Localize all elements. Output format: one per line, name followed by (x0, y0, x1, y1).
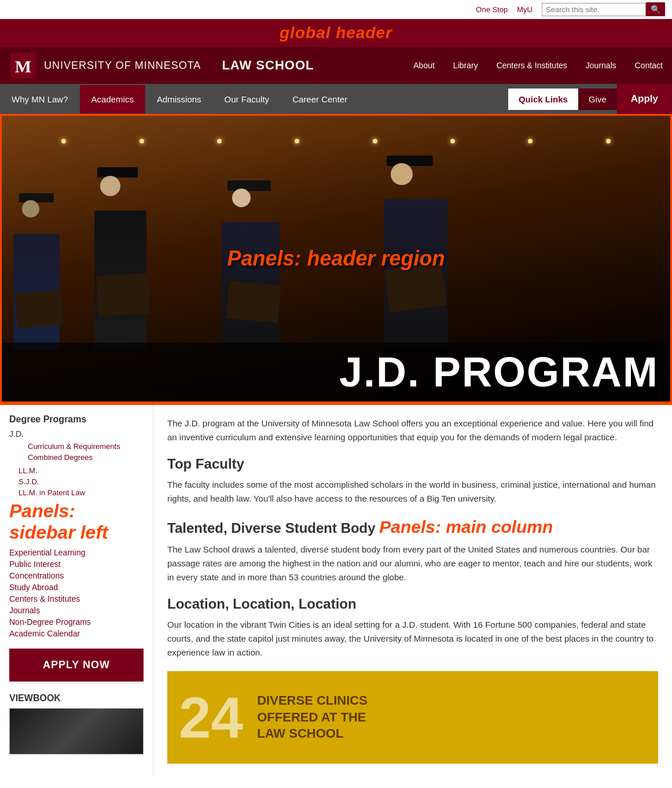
location-text: Our location in the vibrant Twin Cities … (167, 618, 658, 660)
apply-button[interactable]: Apply (617, 84, 672, 114)
sidebar-llm-patent-link[interactable]: LL.M. in Patent Law (9, 487, 144, 498)
main-nav: M University of Minnesota LAW SCHOOL Abo… (0, 47, 672, 84)
admissions-link[interactable]: Admissions (145, 85, 213, 113)
secondary-nav-right: Quick Links Give Apply (508, 84, 672, 114)
main-nav-links: About Library Centers & Institutes Journ… (404, 50, 672, 80)
m-logo-icon: M (10, 53, 36, 78)
top-bar-links: One Stop MyU (476, 5, 533, 14)
sidebar-centers-link[interactable]: Centers & Institutes (9, 593, 144, 605)
contact-link[interactable]: Contact (626, 50, 672, 80)
about-link[interactable]: About (404, 50, 444, 80)
hero-title: J.D. PROGRAM (2, 343, 670, 402)
centers-institutes-link[interactable]: Centers & Institutes (487, 50, 576, 80)
sidebar-public-interest-link[interactable]: Public Interest (9, 558, 144, 570)
viewbook-image (9, 708, 144, 754)
sidebar-curriculum-link[interactable]: Curriculum & Requirements (9, 441, 144, 452)
content-wrapper: Degree Programs J.D. Curriculum & Requir… (0, 403, 672, 775)
secondary-nav: Why MN Law? Academics Admissions Our Fac… (0, 84, 672, 114)
quick-links-button[interactable]: Quick Links (508, 89, 578, 110)
viewbook-title: VIEWBOOK (9, 693, 144, 704)
academics-link[interactable]: Academics (80, 85, 145, 113)
intro-text: The J.D. program at the University of Mi… (167, 417, 658, 444)
stats-box: 24 DIVERSE CLINICS OFFERED AT THE LAW SC… (167, 671, 658, 764)
secondary-nav-left: Why MN Law? Academics Admissions Our Fac… (0, 85, 359, 113)
search-button[interactable]: 🔍 (646, 2, 665, 16)
career-center-link[interactable]: Career Center (281, 85, 359, 113)
sidebar-academic-calendar-link[interactable]: Academic Calendar (9, 628, 144, 639)
top-bar: One Stop MyU 🔍 (0, 0, 672, 19)
sidebar-non-degree-link[interactable]: Non-Degree Programs (9, 616, 144, 628)
our-faculty-link[interactable]: Our Faculty (213, 85, 281, 113)
sidebar-study-abroad-link[interactable]: Study Abroad (9, 581, 144, 593)
why-mn-law-link[interactable]: Why MN Law? (0, 85, 80, 113)
one-stop-link[interactable]: One Stop (476, 5, 508, 14)
diverse-student-text: The Law School draws a talented, diverse… (167, 543, 658, 584)
sidebar-section-curriculum: Curriculum & Requirements Combined Degre… (9, 441, 144, 463)
stats-number: 24 (179, 688, 243, 746)
myu-link[interactable]: MyU (517, 5, 533, 14)
hero-section: Panels: header region J.D. PROGRAM (0, 114, 672, 403)
stats-label: DIVERSE CLINICS OFFERED AT THE LAW SCHOO… (257, 693, 368, 742)
sidebar-jd-label: J.D. (9, 428, 24, 440)
sidebar-title: Degree Programs (9, 414, 144, 425)
top-faculty-heading: Top Faculty (167, 456, 658, 472)
sidebar-section-llm: LL.M. S.J.D. LL.M. in Patent Law (9, 465, 144, 498)
sidebar-concentrations-link[interactable]: Concentrations (9, 570, 144, 581)
main-content: The J.D. program at the University of Mi… (153, 405, 672, 775)
give-button[interactable]: Give (578, 89, 617, 110)
sidebar-section-jd: J.D. (9, 429, 144, 439)
sidebar-llm-link[interactable]: LL.M. (9, 465, 144, 476)
global-header-label: global header (280, 24, 392, 42)
top-faculty-text: The faculty includes some of the most ac… (167, 478, 658, 506)
law-school-brand[interactable]: LAW SCHOOL (210, 47, 325, 83)
sidebar-journals-link[interactable]: Journals (9, 605, 144, 616)
university-header: M University of Minnesota (0, 47, 210, 84)
journals-link[interactable]: Journals (576, 50, 626, 80)
global-header-banner: global header (0, 19, 672, 47)
university-name: University of Minnesota (44, 60, 201, 72)
sidebar-sjd-link[interactable]: S.J.D. (9, 476, 144, 487)
diverse-student-heading: Talented, Diverse Student Body Panels: m… (167, 517, 658, 537)
library-link[interactable]: Library (444, 50, 487, 80)
main-panel-label: Panels: main column (379, 517, 553, 536)
nav-left: M University of Minnesota LAW SCHOOL (0, 47, 325, 84)
sidebar-combined-link[interactable]: Combined Degrees (9, 452, 144, 463)
search-box: 🔍 (542, 2, 665, 16)
viewbook-section: VIEWBOOK (9, 693, 144, 754)
sidebar: Degree Programs J.D. Curriculum & Requir… (0, 405, 153, 775)
hero-panel-label: Panels: header region (227, 246, 445, 271)
search-input[interactable] (542, 3, 646, 16)
stats-text: DIVERSE CLINICS OFFERED AT THE LAW SCHOO… (257, 693, 368, 742)
svg-text:M: M (15, 57, 31, 76)
sidebar-panel-label: Panels: sidebar left (9, 500, 144, 543)
university-logo: M (9, 51, 37, 79)
apply-now-button[interactable]: APPLY NOW (9, 649, 144, 682)
location-heading: Location, Location, Location (167, 596, 658, 612)
sidebar-experiential-link[interactable]: Experiential Learning (9, 547, 144, 558)
